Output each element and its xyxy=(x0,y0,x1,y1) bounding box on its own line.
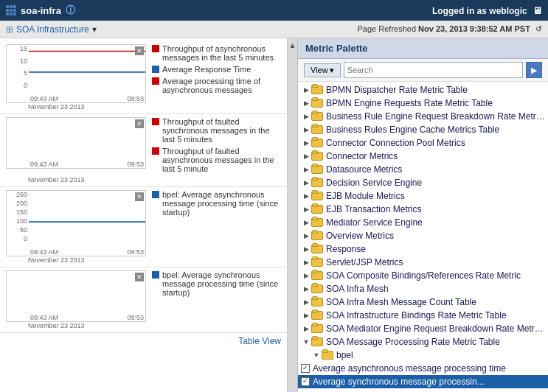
legend-color-avg-response xyxy=(152,66,159,73)
tree-label: SOA Infra Mesh xyxy=(326,284,389,294)
monitor-icon[interactable]: 🖥 xyxy=(533,5,542,16)
tree-expand-icon: ▶ xyxy=(301,138,311,148)
chart-area-1: ✕ 151050 09:43 AM09:53 xyxy=(6,44,146,103)
tree-item-avg-async-msg[interactable]: Average asynchronous message processing … xyxy=(298,362,548,375)
tree-item-avg-sync-msg[interactable]: Average synchronous message processin... xyxy=(298,375,548,388)
tree-item-soa-infra-bindings[interactable]: ▶ SOA Infrastructure Bindings Rate Metri… xyxy=(298,309,548,322)
chart-area-4: ✕ 09:43 AM09:53 xyxy=(6,270,146,322)
chart-legend-3: bpel: Average asynchronous message proce… xyxy=(146,190,279,220)
tree-item-servlet-jsp[interactable]: ▶ Servlet/JSP Metrics xyxy=(298,256,548,269)
chart-x-axis-4: 09:43 AM09:53 xyxy=(29,314,145,321)
tree-item-response[interactable]: ▶ Response xyxy=(298,242,548,256)
nav-label[interactable]: SOA Infrastructure xyxy=(16,24,89,35)
username: weblogic xyxy=(489,6,527,16)
nav-left: ⊞ SOA Infrastructure ▾ xyxy=(6,24,97,35)
app-logo[interactable]: soa-infra ⓘ xyxy=(6,4,75,17)
nav-grid-icon: ⊞ xyxy=(6,24,13,35)
view-dropdown-icon: ▾ xyxy=(330,66,334,75)
tree-expand-icon: ▶ xyxy=(301,270,311,281)
tree-label: Connector Metrics xyxy=(326,151,398,161)
tree-item-connector-pool[interactable]: ▶ Connector Connection Pool Metrics xyxy=(298,136,548,150)
checkbox-avg-sync[interactable] xyxy=(301,377,310,386)
chart-date-1: November 23 2013 xyxy=(6,103,281,111)
chart-close-3[interactable]: ✕ xyxy=(135,192,144,201)
chart-y-axis-1: 151050 xyxy=(7,45,29,89)
tree-label: SOA Message Processing Rate Metric Table xyxy=(326,337,500,347)
checkbox-avg-async[interactable] xyxy=(301,364,310,373)
legend-color-avg-process xyxy=(152,77,159,85)
folder-icon xyxy=(311,205,323,214)
tree-item-soa-infra-mesh-count[interactable]: ▶ SOA Infra Mesh Message Count Table xyxy=(298,295,548,309)
folder-icon xyxy=(311,271,323,280)
tree-item-soa-infra-mesh[interactable]: ▶ SOA Infra Mesh xyxy=(298,282,548,295)
tree-item-bpmn-dispatcher[interactable]: ▶ BPMN Dispatcher Rate Metric Table xyxy=(298,83,548,97)
folder-icon xyxy=(311,165,323,174)
folder-icon xyxy=(311,192,323,200)
left-scroll-bar[interactable]: ▲ xyxy=(288,38,298,392)
tree-label: Response xyxy=(326,244,366,254)
legend-item: Average Response Time xyxy=(152,65,279,74)
chart-x-axis-2: 09:43 AM09:53 xyxy=(29,161,145,168)
tree-label-avg-sync: Average synchronous message processin... xyxy=(313,377,485,387)
folder-icon xyxy=(311,258,323,267)
chart-legend-4: bpel: Average synchronous message proces… xyxy=(146,270,279,300)
tree-expand-icon: ▶ xyxy=(301,217,311,228)
scroll-up-icon[interactable]: ▲ xyxy=(289,41,296,49)
chart-date-2: November 23 2013 xyxy=(6,176,281,183)
legend-item: Average processing time of asynchronous … xyxy=(152,77,279,94)
tree-item-business-rule-engine[interactable]: ▶ Business Rule Engine Request Breakdown… xyxy=(298,110,548,123)
tree-item-datasource[interactable]: ▶ Datasource Metrics xyxy=(298,163,548,176)
tree-expand-icon: ▶ xyxy=(301,151,311,161)
chart-date-4: November 23 2013 xyxy=(6,322,281,329)
tree-expand-icon: ▶ xyxy=(301,231,311,241)
tree-item-soa-mediator[interactable]: ▶ SOA Mediator Engine Request Breakdown … xyxy=(298,322,548,335)
tree-item-soa-message-processing[interactable]: ▼ SOA Message Processing Rate Metric Tab… xyxy=(298,335,548,349)
table-view-link[interactable]: Table View xyxy=(0,333,287,349)
tree-item-ejb-transaction[interactable]: ▶ EJB Transaction Metrics xyxy=(298,203,548,216)
chart-close-2[interactable]: ✕ xyxy=(135,119,144,128)
chart-close-1[interactable]: ✕ xyxy=(135,46,144,55)
legend-text-6: bpel: Average asynchronous message proce… xyxy=(162,190,279,217)
chart-svg-3 xyxy=(29,191,145,247)
tree-item-bpmn-engine[interactable]: ▶ BPMN Engine Requests Rate Metric Table xyxy=(298,97,548,110)
chart-area-2: ✕ 09:43 AM09:53 xyxy=(6,117,146,169)
search-go-button[interactable]: ▶ xyxy=(526,62,542,78)
right-panel: Metric Palette View ▾ ▶ ▶ BPMN Dispatche… xyxy=(298,38,548,392)
go-arrow-icon: ▶ xyxy=(531,66,537,75)
tree-label-bpel: bpel xyxy=(336,350,353,360)
tree-item-ejb-module[interactable]: ▶ EJB Module Metrics xyxy=(298,189,548,203)
tree-item-decision-service[interactable]: ▶ Decision Service Engine xyxy=(298,176,548,189)
folder-icon xyxy=(311,245,323,253)
tree-expand-icon: ▶ xyxy=(301,98,311,108)
legend-item: bpel: Average asynchronous message proce… xyxy=(152,190,279,217)
tree-label: Servlet/JSP Metrics xyxy=(326,257,403,267)
chart-y-axis-3: 250200150100500 xyxy=(7,191,29,242)
tree-expand-icon: ▶ xyxy=(301,191,311,201)
folder-icon xyxy=(311,337,323,346)
refresh-date: Nov 23, 2013 9:38:52 AM PST xyxy=(418,24,530,33)
folder-icon xyxy=(311,324,323,333)
view-button[interactable]: View ▾ xyxy=(304,63,341,77)
tree-label: Decision Service Engine xyxy=(326,178,422,188)
chart-block-2: ✕ 09:43 AM09:53 Throughput of faulted sy… xyxy=(0,114,287,187)
tree-item-connector-metrics[interactable]: ▶ Connector Metrics xyxy=(298,150,548,163)
refresh-icon[interactable]: ↺ xyxy=(535,24,542,33)
legend-item: Throughput of asynchronous messages in t… xyxy=(152,44,279,62)
folder-icon xyxy=(311,298,323,307)
tree-label: EJB Transaction Metrics xyxy=(326,204,421,214)
info-icon[interactable]: ⓘ xyxy=(66,4,75,17)
tree-item-mediator-service[interactable]: ▶ Mediator Service Engine xyxy=(298,216,548,229)
metric-palette-title: Metric Palette xyxy=(305,43,368,54)
search-input[interactable] xyxy=(344,62,523,78)
tree-item-soa-composite[interactable]: ▶ SOA Composite Bindings/References Rate… xyxy=(298,269,548,282)
tree-item-bpel[interactable]: ▼ bpel xyxy=(298,349,548,362)
tree-item-business-rules-cache[interactable]: ▶ Business Rules Engine Cache Metrics Ta… xyxy=(298,123,548,136)
tree-item-overview-metrics[interactable]: ▶ Overview Metrics xyxy=(298,229,548,242)
nav-dropdown-icon[interactable]: ▾ xyxy=(92,24,97,35)
tree-label: Datasource Metrics xyxy=(326,164,402,175)
chart-close-4[interactable]: ✕ xyxy=(135,273,144,281)
chart-block-4: ✕ 09:43 AM09:53 bpel: Average synchronou… xyxy=(0,267,287,333)
tree-expand-icon: ▶ xyxy=(301,297,311,307)
legend-text-5: Throughput of faulted asynchronous messa… xyxy=(162,147,279,173)
tree-expand-icon: ▼ xyxy=(311,350,322,360)
